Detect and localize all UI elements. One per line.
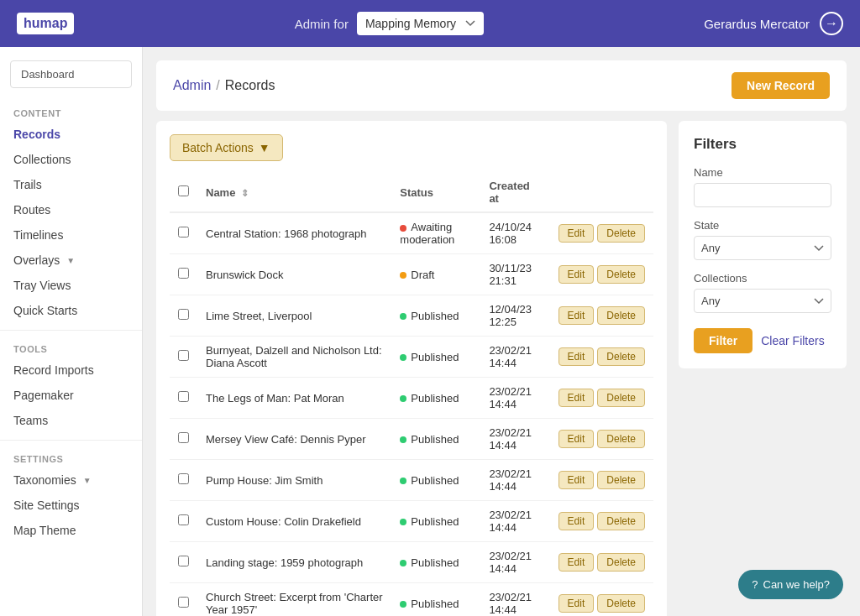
content-area: Batch Actions ▼ Name ⇕ Status Created at — [156, 121, 847, 616]
delete-button[interactable]: Delete — [597, 224, 645, 243]
row-created-at: 23/02/21 14:44 — [480, 378, 549, 419]
logo-area: humap — [17, 13, 74, 34]
edit-button[interactable]: Edit — [558, 389, 595, 407]
edit-button[interactable]: Edit — [558, 594, 595, 613]
row-status: Draft — [391, 254, 480, 295]
row-status: Published — [391, 501, 480, 542]
filter-state-label: State — [694, 219, 831, 232]
batch-actions-label: Batch Actions — [182, 141, 254, 154]
delete-button[interactable]: Delete — [597, 553, 645, 572]
col-created-at: Created at — [480, 173, 549, 212]
delete-button[interactable]: Delete — [597, 512, 645, 530]
header-center: Admin for Mapping Memory — [295, 12, 484, 35]
table-row: Burnyeat, Dalzell and Nicholson Ltd: Dia… — [170, 337, 653, 378]
sidebar-item-quick-starts[interactable]: Quick Starts — [0, 298, 142, 323]
row-name: Landing stage: 1959 photograph — [197, 542, 391, 583]
batch-actions-chevron: ▼ — [259, 141, 270, 154]
delete-button[interactable]: Delete — [597, 347, 645, 366]
help-button[interactable]: ? Can we help? — [738, 570, 843, 599]
table-row: Lime Street, LiverpoolPublished12/04/23 … — [170, 295, 653, 337]
sidebar-item-map-theme[interactable]: Map Theme — [0, 518, 142, 543]
filter-state-select[interactable]: Any Published Draft Awaiting moderation — [694, 236, 831, 260]
records-table: Name ⇕ Status Created at Central Station… — [170, 173, 653, 616]
filters-title: Filters — [694, 136, 831, 153]
row-checkbox[interactable] — [178, 597, 189, 608]
row-checkbox[interactable] — [178, 514, 189, 525]
row-status: Published — [391, 583, 480, 617]
delete-button[interactable]: Delete — [597, 306, 645, 325]
new-record-button[interactable]: New Record — [732, 72, 830, 99]
sidebar-item-site-settings[interactable]: Site Settings — [0, 493, 142, 518]
edit-button[interactable]: Edit — [558, 224, 595, 243]
col-status: Status — [391, 173, 480, 212]
status-dot — [400, 519, 406, 525]
edit-button[interactable]: Edit — [558, 347, 595, 366]
row-actions: EditDelete — [550, 501, 653, 542]
row-name: Central Station: 1968 photograph — [197, 212, 391, 254]
logout-button[interactable]: → — [820, 12, 843, 35]
row-checkbox[interactable] — [178, 268, 189, 279]
row-name: The Legs of Man: Pat Moran — [197, 378, 391, 419]
select-all-checkbox[interactable] — [178, 185, 189, 196]
row-checkbox[interactable] — [178, 309, 189, 320]
name-sort-icon[interactable]: ⇕ — [241, 188, 249, 198]
sidebar-item-routes[interactable]: Routes — [0, 197, 142, 222]
delete-button[interactable]: Delete — [597, 389, 645, 407]
row-created-at: 23/02/21 14:44 — [480, 542, 549, 583]
sidebar-item-overlays[interactable]: Overlays ▼ — [0, 248, 142, 273]
records-panel: Batch Actions ▼ Name ⇕ Status Created at — [156, 121, 667, 616]
help-icon: ? — [752, 578, 758, 591]
sidebar-item-records[interactable]: Records — [0, 122, 142, 147]
row-checkbox[interactable] — [178, 227, 189, 238]
sidebar-item-taxonomies[interactable]: Taxonomies ▼ — [0, 467, 142, 493]
sidebar-item-dashboard[interactable]: Dashboard — [10, 60, 132, 88]
sidebar-item-trails[interactable]: Trails — [0, 172, 142, 197]
edit-button[interactable]: Edit — [558, 265, 595, 284]
batch-actions-button[interactable]: Batch Actions ▼ — [170, 134, 283, 161]
row-name: Burnyeat, Dalzell and Nicholson Ltd: Dia… — [197, 337, 391, 378]
edit-button[interactable]: Edit — [558, 471, 595, 489]
main-content: Admin / Records New Record Batch Actions… — [143, 47, 860, 616]
filter-button[interactable]: Filter — [694, 328, 752, 353]
sidebar-item-teams[interactable]: Teams — [0, 408, 142, 433]
row-actions: EditDelete — [550, 337, 653, 378]
table-row: Brunswick DockDraft30/11/23 21:31EditDel… — [170, 254, 653, 295]
row-created-at: 12/04/23 12:25 — [480, 295, 549, 337]
edit-button[interactable]: Edit — [558, 512, 595, 530]
row-name: Church Street: Excerpt from 'Charter Yea… — [197, 583, 391, 617]
breadcrumb-separator: / — [216, 78, 219, 93]
row-checkbox[interactable] — [178, 432, 189, 443]
row-checkbox[interactable] — [178, 473, 189, 484]
edit-button[interactable]: Edit — [558, 306, 595, 325]
filter-name-input[interactable] — [694, 183, 831, 207]
delete-button[interactable]: Delete — [597, 265, 645, 284]
edit-button[interactable]: Edit — [558, 553, 595, 572]
delete-button[interactable]: Delete — [597, 594, 645, 613]
sidebar-item-pagemaker[interactable]: Pagemaker — [0, 383, 142, 408]
sidebar-section-tools: TOOLS — [0, 337, 142, 358]
user-name: Gerardus Mercator — [704, 17, 810, 31]
row-created-at: 23/02/21 14:44 — [480, 460, 549, 501]
breadcrumb-admin[interactable]: Admin — [173, 78, 211, 93]
delete-button[interactable]: Delete — [597, 471, 645, 489]
org-select[interactable]: Mapping Memory — [357, 12, 484, 35]
row-status: Published — [391, 337, 480, 378]
row-actions: EditDelete — [550, 254, 653, 295]
sidebar-item-record-imports[interactable]: Record Imports — [0, 358, 142, 383]
clear-filters-button[interactable]: Clear Filters — [761, 334, 824, 347]
row-actions: EditDelete — [550, 460, 653, 501]
delete-button[interactable]: Delete — [597, 430, 645, 448]
table-row: Custom House: Colin DrakefieldPublished2… — [170, 501, 653, 542]
row-checkbox[interactable] — [178, 391, 189, 402]
sidebar-item-timelines[interactable]: Timelines — [0, 222, 142, 248]
status-dot — [400, 395, 406, 402]
row-checkbox[interactable] — [178, 556, 189, 566]
edit-button[interactable]: Edit — [558, 430, 595, 448]
row-checkbox[interactable] — [178, 350, 189, 361]
status-dot — [400, 436, 406, 443]
sidebar-item-tray-views[interactable]: Tray Views — [0, 273, 142, 298]
row-actions: EditDelete — [550, 542, 653, 583]
filter-collections-select[interactable]: Any — [694, 289, 831, 313]
filters-panel: Filters Name State Any Published Draft A… — [679, 121, 847, 368]
sidebar-item-collections[interactable]: Collections — [0, 147, 142, 172]
